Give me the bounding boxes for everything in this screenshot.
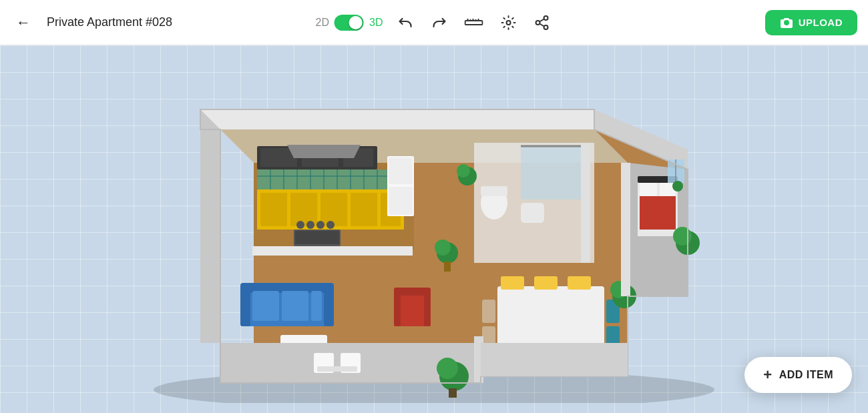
svg-rect-77 — [252, 291, 279, 321]
svg-rect-87 — [444, 262, 451, 272]
camera-icon — [780, 17, 793, 29]
svg-rect-54 — [389, 157, 413, 184]
svg-rect-67 — [640, 183, 657, 196]
svg-line-10 — [539, 23, 544, 26]
svg-rect-0 — [465, 21, 482, 25]
app-header: ← Private Apartment #028 2D 3D — [0, 0, 868, 45]
svg-rect-109 — [252, 246, 413, 256]
svg-rect-92 — [568, 276, 591, 290]
add-item-button[interactable]: + ADD ITEM — [744, 357, 852, 393]
view-toggle-switch[interactable] — [335, 15, 364, 31]
svg-point-107 — [437, 358, 458, 379]
svg-marker-13 — [200, 109, 594, 129]
svg-point-51 — [327, 221, 335, 229]
svg-point-6 — [506, 21, 510, 25]
upload-button[interactable]: UPLOAD — [765, 10, 857, 35]
svg-rect-108 — [449, 388, 457, 398]
upload-label: UPLOAD — [799, 17, 843, 28]
svg-rect-28 — [320, 193, 347, 226]
svg-point-117 — [672, 181, 683, 191]
svg-point-9 — [544, 25, 548, 29]
svg-rect-66 — [640, 196, 676, 230]
svg-point-48 — [296, 221, 304, 229]
svg-rect-96 — [482, 300, 495, 323]
svg-point-72 — [673, 227, 692, 246]
undo-button[interactable] — [395, 12, 416, 33]
svg-point-50 — [316, 221, 324, 229]
svg-rect-27 — [290, 193, 317, 226]
add-item-label: ADD ITEM — [779, 369, 833, 381]
svg-rect-83 — [394, 293, 401, 326]
svg-point-116 — [457, 164, 470, 177]
share-button[interactable] — [531, 12, 552, 33]
settings-icon — [500, 15, 516, 31]
svg-rect-35 — [257, 169, 404, 189]
undo-icon — [397, 15, 413, 31]
header-center: 2D 3D — [316, 12, 553, 33]
svg-rect-75 — [240, 290, 250, 326]
svg-rect-26 — [260, 193, 287, 226]
view-toggle: 2D 3D — [316, 15, 383, 31]
toggle-knob — [349, 16, 363, 29]
svg-rect-90 — [501, 276, 524, 290]
redo-icon — [431, 15, 447, 31]
view-3d-label: 3D — [369, 17, 383, 29]
svg-rect-79 — [311, 291, 322, 321]
measure-button[interactable] — [461, 13, 485, 32]
svg-point-7 — [544, 16, 548, 20]
settings-button[interactable] — [497, 12, 519, 33]
share-icon — [533, 15, 550, 31]
svg-rect-91 — [534, 276, 558, 290]
plus-icon: + — [763, 366, 772, 384]
svg-rect-62 — [521, 203, 544, 223]
svg-point-86 — [435, 240, 451, 256]
svg-rect-61 — [481, 186, 507, 196]
header-right: UPLOAD — [765, 10, 857, 35]
svg-rect-76 — [324, 290, 334, 326]
svg-marker-114 — [481, 343, 628, 376]
svg-rect-111 — [581, 143, 590, 263]
svg-rect-110 — [621, 163, 630, 296]
svg-rect-55 — [389, 187, 413, 215]
canvas-area: + ADD ITEM — [0, 45, 868, 413]
svg-point-49 — [306, 221, 314, 229]
svg-rect-29 — [351, 193, 377, 226]
svg-rect-84 — [424, 293, 431, 326]
svg-rect-78 — [282, 291, 308, 321]
svg-marker-56 — [287, 145, 361, 158]
measure-icon — [464, 16, 483, 29]
svg-point-8 — [535, 21, 539, 25]
svg-line-11 — [539, 19, 544, 21]
view-2d-label: 2D — [316, 17, 329, 29]
svg-rect-105 — [317, 366, 357, 372]
svg-marker-21 — [200, 109, 220, 343]
header-left: ← Private Apartment #028 — [11, 11, 172, 34]
svg-rect-52 — [295, 231, 339, 244]
svg-rect-58 — [521, 146, 588, 199]
floorplan-svg — [107, 56, 761, 403]
redo-button[interactable] — [428, 12, 449, 33]
project-title: Private Apartment #028 — [47, 15, 172, 29]
back-button[interactable]: ← — [11, 11, 36, 34]
